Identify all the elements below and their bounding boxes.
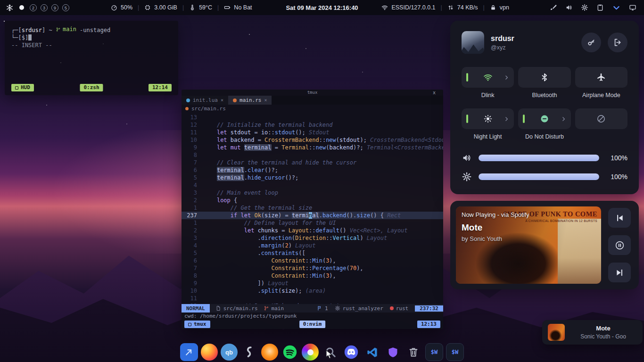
dlink-toggle-button[interactable] (462, 67, 514, 88)
dock-app-qbittorrent[interactable]: qb (221, 344, 238, 361)
dock-app-trash[interactable] (405, 343, 422, 361)
editor-window[interactable]: tmuxx init.lua× main.rs× src/main.rs 131… (182, 90, 443, 329)
lsp-server: rust_analyzer (335, 305, 383, 312)
divider: | (483, 4, 485, 11)
workspace-tag[interactable]: 9 (51, 4, 58, 11)
monitor-icon[interactable] (629, 4, 636, 11)
code-line[interactable]: 1 // Define layout for the UI (182, 219, 443, 227)
dock-app-downloader[interactable] (261, 344, 278, 361)
previous-track-button[interactable] (608, 208, 631, 228)
dock-app-search[interactable] (322, 343, 339, 361)
media-controls (606, 206, 633, 284)
chevron-down-icon[interactable] (612, 3, 621, 12)
code-line[interactable]: 8 Constraint::Min(3), (182, 272, 443, 280)
track-title: Mote (462, 222, 595, 233)
dock-app-vscode[interactable] (363, 343, 381, 361)
dock-app-spotify[interactable] (281, 343, 299, 361)
code-line[interactable]: 1 // Get the terminal size (182, 204, 443, 212)
code-area[interactable]: 1312 // Initialize the terminal backend1… (182, 113, 443, 304)
gear-icon[interactable] (581, 4, 588, 11)
dock-app-firefox[interactable] (201, 344, 218, 361)
next-track-button[interactable] (608, 263, 631, 282)
tmux-nvim-window-chip[interactable]: 0:nvim (299, 321, 326, 328)
tmux-zsh-window-chip[interactable]: 0:zsh (80, 84, 103, 91)
line-number: 5 (182, 249, 203, 257)
speaker-icon[interactable] (565, 4, 573, 11)
buffer-tabline: init.lua× main.rs× (182, 96, 443, 105)
workspace-tag[interactable]: 3 (41, 4, 48, 11)
logout-button[interactable] (608, 33, 627, 52)
volume-slider[interactable] (479, 155, 599, 161)
chevron-right-icon (504, 116, 510, 122)
code-line[interactable]: 2 loop { (182, 197, 443, 204)
clock[interactable]: Sat 09 Mar 2024 12:16:40 (286, 4, 358, 11)
code-line[interactable]: 3 .direction(Direction::Vertical) Layout (182, 234, 443, 242)
dock-app-wezterm[interactable]: $W (425, 343, 443, 361)
workspace-tag[interactable]: 5 (62, 4, 69, 11)
code-line[interactable]: 9 let mut terminal = Terminal::new(backe… (182, 144, 443, 151)
window-close-button[interactable]: x (433, 90, 436, 96)
code-line[interactable]: 12 // Initialize the terminal backend (182, 121, 443, 129)
password-keyring-button[interactable] (581, 33, 601, 52)
code-line[interactable]: 6 Constraint::Min(3), (182, 257, 443, 264)
brightness-slider[interactable] (479, 173, 599, 180)
code-line[interactable]: 10 let backend = CrosstermBackend::new(s… (182, 136, 443, 144)
tmux-clock-chip: 12:13 (417, 321, 440, 328)
code-line[interactable]: 7 Constraint::Percentage(70), (182, 264, 443, 272)
code-line[interactable]: 2 let chunks = Layout::default() Vec<Rec… (182, 227, 443, 234)
window-titlebar: tmuxx (182, 90, 443, 96)
bluetooth-toggle-button[interactable] (518, 67, 570, 88)
pause-button[interactable] (608, 235, 631, 255)
statusline-file: src/main.rs (215, 305, 258, 312)
tab-close-icon[interactable]: × (221, 98, 223, 103)
night-light-toggle-button[interactable] (462, 108, 514, 129)
code-line[interactable]: 6 terminal.clear()?; (182, 166, 443, 174)
diagnostic-count: 1 (317, 305, 328, 312)
code-line[interactable]: 5 terminal.hide_cursor()?; (182, 174, 443, 181)
dock-app-hook[interactable] (240, 343, 258, 361)
code-line[interactable]: 13 (182, 114, 443, 121)
memory-stat: 3.00 GiB (144, 4, 177, 11)
wifi-stat[interactable]: ESSID/127.0.0.1 (381, 4, 435, 11)
tmux-hud-chip[interactable]: HUD (11, 84, 34, 91)
user-header: srdusr @xyz (462, 31, 627, 54)
dock-app-photos[interactable] (302, 344, 319, 361)
line-number: 237 (182, 212, 203, 219)
code-line[interactable]: 9 ]) Layout (182, 280, 443, 287)
discord-icon (343, 344, 359, 360)
code-line[interactable]: 8 (182, 151, 443, 159)
code-line[interactable]: 4 (182, 181, 443, 189)
code-line[interactable]: 11 (182, 295, 443, 302)
media-notification[interactable]: Mote Sonic Youth - Goo (542, 320, 643, 345)
tmux-session-chip[interactable]: tmux (184, 321, 210, 328)
vpn-stat[interactable]: vpn (490, 4, 509, 11)
code-line[interactable]: 10 .split(size); (area) (182, 287, 443, 295)
dock-app-wezterm[interactable]: $W (446, 343, 464, 361)
dock-app-send[interactable] (180, 343, 198, 361)
workspace-active-dot[interactable] (19, 5, 24, 10)
terminal-cursor (28, 34, 32, 41)
clipboard-icon[interactable] (596, 4, 604, 11)
terminal-window[interactable]: ┌─[srdusr] ~ main -unstaged └─[$] -- INS… (5, 21, 178, 95)
tab-init-lua[interactable]: init.lua× (182, 96, 228, 105)
code-line[interactable]: 7 // Clear the terminal and hide the cur… (182, 159, 443, 166)
dock-app-discord[interactable] (342, 343, 360, 361)
code-line[interactable]: 5 .constraints([ (182, 249, 443, 257)
statusline-branch: main (264, 305, 284, 312)
code-line[interactable]: 237 if let Ok(size) = terminal.backend()… (182, 212, 443, 219)
blank-toggle-button[interactable] (575, 108, 627, 129)
airplane-mode-toggle-button[interactable] (575, 67, 627, 88)
do-not-disturb-toggle-button[interactable] (518, 108, 570, 129)
tab-close-icon[interactable]: × (264, 98, 267, 103)
tab-main-rs[interactable]: main.rs× (228, 96, 272, 105)
terminal-prompt-line1: ┌─[srdusr] ~ main -unstaged (11, 25, 172, 34)
brush-icon[interactable] (550, 4, 557, 11)
dock-app-vpn-shield[interactable] (384, 343, 402, 361)
workspace-tag[interactable]: 2 (30, 4, 37, 11)
launcher-icon[interactable] (6, 4, 14, 12)
user-handle: @xyz (491, 44, 514, 51)
toggle-label: Night Light (462, 133, 514, 140)
code-line[interactable]: 11 let stdout = io::stdout(); Stdout (182, 129, 443, 136)
code-line[interactable]: 4 .margin(2) Layout (182, 242, 443, 249)
code-line[interactable]: 3 // Main event loop (182, 189, 443, 197)
